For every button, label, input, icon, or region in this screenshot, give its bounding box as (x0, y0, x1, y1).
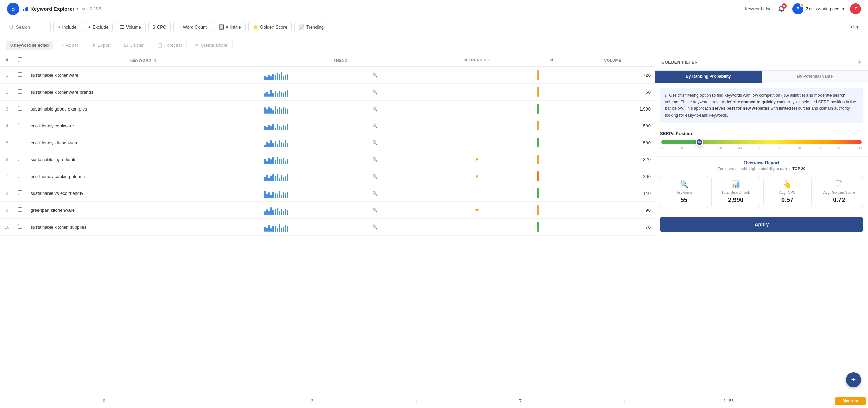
add-icon: + (61, 42, 64, 48)
color-indicator (537, 70, 539, 80)
trend-bar (285, 126, 286, 130)
col-trending[interactable]: ⇅ TRENDING (421, 54, 533, 66)
color-indicator-cell (533, 117, 571, 134)
keyword-search-icon[interactable]: 🔍 (371, 156, 379, 163)
trend-bar (264, 177, 266, 181)
tab-ranking-probability[interactable]: By Ranking Probability (655, 71, 762, 83)
panel-collapse-button[interactable]: ⊞ (857, 59, 862, 65)
trend-bar (287, 210, 288, 215)
row-checkbox[interactable] (18, 123, 22, 127)
keyword-search-icon[interactable]: 🔍 (371, 224, 379, 230)
search-input[interactable] (16, 24, 47, 30)
trend-bar (285, 108, 286, 114)
slider-labels: 1 10 20 30 40 50 60 70 80 90 100 (661, 146, 862, 150)
app-title[interactable]: Keyword Explorer ▾ (23, 6, 78, 12)
col-trend[interactable]: TREND (260, 54, 421, 66)
bottom-col-2: 3 (208, 399, 416, 404)
forecast-button[interactable]: 📋 Forecast (152, 40, 187, 50)
golden-score-button[interactable]: ⭐ Golden Score (248, 22, 292, 32)
workspace-button[interactable]: Z Zoe's workspace ▾ (792, 3, 845, 14)
gear-icon: ⚙ (851, 24, 855, 30)
allintitle-button[interactable]: 🔲 Allintitle (214, 22, 246, 32)
table-row: 2 sustainable kitchenware brands 🔍 50 (0, 84, 655, 101)
tab-potential-value[interactable]: By Potential Value (762, 71, 868, 83)
metric-value: 55 (681, 197, 687, 204)
row-checkbox[interactable] (18, 157, 22, 161)
trend-bar (281, 127, 282, 130)
color-indicator (537, 155, 539, 164)
bottom-col-3: 7 (417, 399, 625, 404)
col-volume[interactable]: VOLUME (571, 54, 655, 66)
row-number: 4 (0, 117, 14, 134)
row-checkbox[interactable] (18, 190, 22, 195)
row-checkbox-cell (14, 66, 26, 84)
color-indicator (537, 171, 539, 181)
export-icon: ⬆ (92, 42, 96, 48)
keyword-search-icon[interactable]: 🔍 (371, 173, 379, 180)
apply-button[interactable]: Apply (660, 217, 863, 232)
row-number: 5 (0, 134, 14, 151)
serp-section: SERPs Position 20 1 10 20 30 40 50 60 70… (655, 128, 868, 154)
slider-track[interactable]: 20 (661, 140, 862, 144)
keyword-search-icon[interactable]: 🔍 (371, 123, 379, 129)
cpc-button[interactable]: $ CPC (148, 22, 171, 32)
exclude-button[interactable]: + Exclude (84, 22, 113, 32)
keyword-search-icon[interactable]: 🔍 (371, 106, 379, 112)
trending-cell (421, 219, 533, 236)
metric-card: 👆 Avg. CPC 0.57 (763, 176, 812, 208)
color-indicator-cell (533, 202, 571, 219)
word-count-button[interactable]: ═ Word Count (173, 22, 211, 32)
keyword-search-icon[interactable]: 🔍 (371, 89, 379, 95)
row-checkbox[interactable] (18, 174, 22, 178)
keyword-search-icon[interactable]: 🔍 (371, 72, 379, 79)
cluster-button[interactable]: ⊞ Cluster (119, 40, 149, 50)
keyword-list-button[interactable]: Keyword List (737, 6, 770, 11)
col-keyword[interactable]: KEYWORD ⇅ (26, 54, 260, 66)
trend-bar (275, 193, 276, 198)
row-checkbox[interactable] (18, 72, 22, 77)
fab-button[interactable]: + (846, 372, 861, 387)
trend-bar (287, 192, 288, 198)
trend-bar (283, 211, 284, 215)
bottom-col-1: 0 (0, 399, 208, 404)
search-icon-cell: 🔍 (367, 117, 421, 134)
trend-bar (283, 107, 284, 114)
row-checkbox[interactable] (18, 140, 22, 144)
mini-bars (264, 138, 363, 147)
settings-button[interactable]: ⚙ ▾ (847, 22, 862, 32)
trend-cell (260, 151, 367, 168)
row-checkbox[interactable] (18, 207, 22, 212)
user-avatar[interactable]: Z (850, 3, 861, 14)
trend-bar (287, 159, 288, 164)
trend-bar (281, 72, 282, 80)
row-checkbox[interactable] (18, 89, 22, 94)
select-all-checkbox[interactable] (18, 57, 22, 62)
notifications-button[interactable]: 6 (776, 3, 787, 14)
search-box[interactable] (6, 22, 51, 32)
volume-button[interactable]: ☰ Volume (116, 22, 145, 32)
col-sort[interactable]: ⇅ (0, 54, 14, 66)
search-icon-cell: 🔍 (367, 219, 421, 236)
pen-icon: ✏ (195, 42, 199, 48)
create-article-button[interactable]: ✏ Create article (190, 40, 232, 50)
workspace-chevron: ▾ (842, 6, 845, 11)
app-title-chevron: ▾ (76, 7, 78, 11)
metric-value: 2,990 (728, 197, 743, 204)
trend-bar (277, 144, 278, 147)
add-to-button[interactable]: + Add to (56, 40, 84, 50)
row-checkbox[interactable] (18, 106, 22, 111)
metric-icon: 👆 (783, 180, 792, 188)
export-button[interactable]: ⬆ Export (87, 40, 116, 50)
keyword-search-icon[interactable]: 🔍 (371, 139, 379, 146)
row-checkbox[interactable] (18, 224, 22, 229)
trend-bar (275, 209, 276, 215)
include-button[interactable]: + Include (53, 22, 81, 32)
row-checkbox-cell (14, 117, 26, 134)
slider-thumb[interactable]: 20 (696, 138, 703, 146)
keyword-search-icon[interactable]: 🔍 (371, 207, 379, 213)
trending-cell (421, 101, 533, 117)
search-icon (9, 25, 14, 29)
keyword-search-icon[interactable]: 🔍 (371, 190, 379, 197)
trending-button[interactable]: 📈 Trending (294, 22, 328, 32)
keyword-cell: eco friendly kitchenware (26, 134, 260, 151)
